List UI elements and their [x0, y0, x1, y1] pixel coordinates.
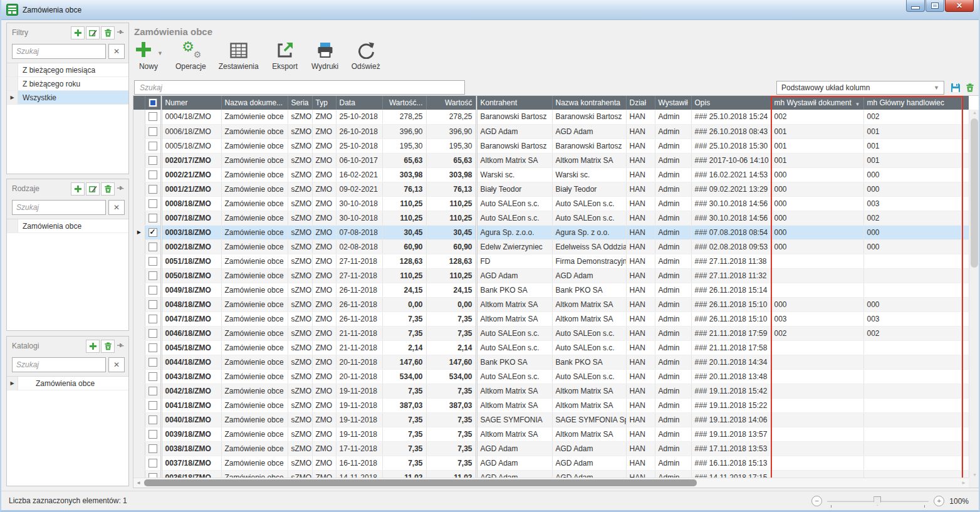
cell-dzial[interactable]: HAN [626, 355, 655, 369]
cell-typ[interactable]: ZMO [312, 196, 336, 211]
cell-kontrahent[interactable]: Auto SALEon s.c. [476, 196, 552, 211]
cell-wystawil[interactable]: Admin [655, 167, 691, 182]
column-header-w1[interactable]: Wartość... [382, 96, 426, 110]
cell-typ[interactable]: ZMO [312, 182, 336, 196]
maximize-button[interactable] [925, 0, 944, 12]
cell-kontrahent[interactable]: Bank PKO SA [476, 355, 552, 369]
cell-mh2[interactable] [863, 355, 961, 369]
cell-dzial[interactable]: HAN [626, 311, 655, 326]
cell-w2[interactable]: 2,14 [426, 340, 476, 355]
cell-w2[interactable]: 387,03 [426, 398, 476, 412]
cell-w1[interactable]: 7,35 [382, 427, 426, 441]
cell-typ[interactable]: ZMO [312, 398, 336, 412]
cell-mh1[interactable]: 002 [771, 326, 863, 340]
cell-numer[interactable]: 0001/21/ZMO [161, 182, 221, 196]
vertical-scroll-thumb[interactable] [971, 118, 978, 268]
column-header-typ[interactable]: Typ [312, 96, 336, 110]
cell-nazwa[interactable]: Zamówienie obce [221, 412, 288, 427]
cell-numer[interactable]: 0050/18/ZMO [161, 268, 221, 283]
cell-opis[interactable]: ### 17.11.2018 13:53 [691, 441, 771, 456]
cell-nk[interactable]: Altkom Matrix SA [552, 384, 626, 398]
cell-nk[interactable]: AGD Adam [552, 124, 626, 138]
cell-mh1[interactable]: 001 [771, 138, 863, 153]
cell-data[interactable]: 16-02-2021 [336, 167, 382, 182]
cell-numer[interactable]: 0038/18/ZMO [161, 441, 221, 456]
zoom-slider[interactable] [827, 496, 929, 506]
cell-data[interactable]: 20-11-2018 [336, 369, 382, 384]
cell-seria[interactable]: sZMO [288, 311, 312, 326]
cell-seria[interactable]: sZMO [288, 369, 312, 384]
cell-opis[interactable]: ### 16.11.2018 15:13 [691, 456, 771, 470]
cell-opis[interactable]: ### 19.11.2018 14:06 [691, 412, 771, 427]
cell-w1[interactable]: 7,35 [382, 412, 426, 427]
operations-button[interactable]: ⚙⚙ Operacje [175, 39, 206, 71]
cell-dzial[interactable]: HAN [626, 398, 655, 412]
cell-w2[interactable]: 60,90 [426, 239, 476, 254]
cell-seria[interactable]: sZMO [288, 138, 312, 153]
cell-kontrahent[interactable]: SAGE SYMFONIA [476, 412, 552, 427]
cell-nazwa[interactable]: Zamówienie obce [221, 196, 288, 211]
row-checkbox[interactable] [145, 398, 161, 412]
cell-typ[interactable]: ZMO [312, 427, 336, 441]
cell-kontrahent[interactable]: Baranowski Bartosz [476, 110, 552, 124]
cell-numer[interactable]: 0043/18/ZMO [161, 369, 221, 384]
cell-nk[interactable]: Agura Sp. z o.o. [552, 225, 626, 239]
cell-numer[interactable]: 0037/18/ZMO [161, 456, 221, 470]
cell-seria[interactable]: sZMO [288, 153, 312, 167]
cell-mh2[interactable]: 001 [863, 124, 961, 138]
cell-nk[interactable]: AGD Adam [552, 456, 626, 470]
cell-numer[interactable]: 0041/18/ZMO [161, 398, 221, 412]
cell-numer[interactable]: 0051/18/ZMO [161, 254, 221, 268]
cell-dzial[interactable]: HAN [626, 153, 655, 167]
cell-wystawil[interactable]: Admin [655, 326, 691, 340]
cell-kontrahent[interactable]: Biały Teodor [476, 182, 552, 196]
table-row[interactable]: 0047/18/ZMOZamówienie obcesZMOZMO26-11-2… [133, 311, 969, 326]
cell-mh2[interactable]: 000 [863, 167, 961, 182]
cell-kontrahent[interactable]: Auto SALEon s.c. [476, 340, 552, 355]
cell-data[interactable]: 27-11-2018 [336, 254, 382, 268]
cell-data[interactable]: 17-11-2018 [336, 441, 382, 456]
cell-opis[interactable]: ### 26.10.2018 08:43 [691, 124, 771, 138]
table-row[interactable]: 0038/18/ZMOZamówienie obcesZMOZMO17-11-2… [133, 441, 969, 456]
column-header-wystawil[interactable]: Wystawił [655, 96, 691, 110]
table-row[interactable]: 0050/18/ZMOZamówienie obcesZMOZMO27-11-2… [133, 268, 969, 283]
cell-wystawil[interactable]: Admin [655, 182, 691, 196]
cell-w2[interactable]: 7,35 [426, 311, 476, 326]
horizontal-scroll-thumb[interactable] [144, 479, 697, 486]
cell-numer[interactable]: 0044/18/ZMO [161, 355, 221, 369]
save-layout-button[interactable] [949, 81, 962, 94]
pin-icon[interactable] [115, 340, 126, 353]
zoom-out-button[interactable]: − [811, 496, 822, 506]
cell-seria[interactable]: sZMO [288, 225, 312, 239]
edit-button[interactable] [86, 182, 100, 196]
table-row[interactable]: 0042/18/ZMOZamówienie obcesZMOZMO19-11-2… [133, 384, 969, 398]
cell-w2[interactable]: 7,35 [426, 441, 476, 456]
cell-seria[interactable]: sZMO [288, 427, 312, 441]
table-row[interactable]: 0051/18/ZMOZamówienie obcesZMOZMO27-11-2… [133, 254, 969, 268]
pin-icon[interactable] [115, 26, 126, 39]
cell-wystawil[interactable]: Admin [655, 211, 691, 225]
cell-nazwa[interactable]: Zamówienie obce [221, 340, 288, 355]
cell-opis[interactable]: ### 2017-10-06 14:10 [691, 153, 771, 167]
cell-mh2[interactable] [863, 283, 961, 297]
list-item-selected[interactable]: ▶Wszystkie [7, 91, 128, 105]
cell-opis[interactable]: ### 09.02.2021 13:29 [691, 182, 771, 196]
cell-numer[interactable]: 0039/18/ZMO [161, 427, 221, 441]
cell-typ[interactable]: ZMO [312, 311, 336, 326]
cell-seria[interactable]: sZMO [288, 211, 312, 225]
cell-seria[interactable]: sZMO [288, 384, 312, 398]
cell-w1[interactable]: 24,15 [382, 283, 426, 297]
cell-w2[interactable]: 76,13 [426, 182, 476, 196]
cell-seria[interactable]: sZMO [288, 124, 312, 138]
cell-wystawil[interactable]: Admin [655, 355, 691, 369]
column-header-mh1[interactable]: mh Wystawił dokument▼ [771, 96, 863, 110]
column-header-numer[interactable]: Numer [161, 96, 221, 110]
cell-data[interactable]: 06-10-2017 [336, 153, 382, 167]
table-row[interactable]: 0046/18/ZMOZamówienie obcesZMOZMO21-11-2… [133, 326, 969, 340]
cell-mh1[interactable] [771, 412, 863, 427]
row-checkbox[interactable] [145, 326, 161, 340]
cell-typ[interactable]: ZMO [312, 326, 336, 340]
cell-typ[interactable]: ZMO [312, 412, 336, 427]
cell-nazwa[interactable]: Zamówienie obce [221, 427, 288, 441]
row-checkbox[interactable] [145, 268, 161, 283]
